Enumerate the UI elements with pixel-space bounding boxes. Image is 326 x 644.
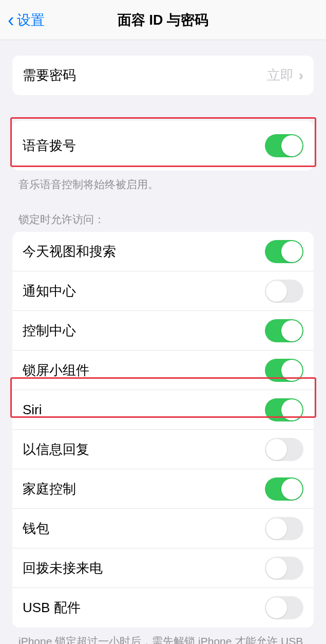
chevron-left-icon: ‹ — [8, 10, 14, 30]
lock-access-row: 回拨未接来电 — [12, 548, 314, 588]
lock-access-row: USB 配件 — [12, 588, 314, 628]
voice-dial-label: 语音拨号 — [23, 137, 76, 155]
lock-access-toggle[interactable] — [265, 517, 303, 540]
nav-header: ‹ 设置 面容 ID 与密码 — [0, 0, 326, 40]
toggle-knob — [281, 241, 302, 262]
lock-access-toggle[interactable] — [265, 359, 303, 382]
lock-access-label: Siri — [23, 402, 42, 418]
lock-access-label: 通知中心 — [23, 282, 76, 300]
lock-access-footer: iPhone 锁定超过一小时后，需先解锁 iPhone 才能允许 USB 配件连… — [0, 628, 326, 644]
lock-access-group: 今天视图和搜索通知中心控制中心锁屏小组件Siri以信息回复家庭控制钱包回拨未接来… — [12, 232, 314, 628]
lock-access-toggle[interactable] — [265, 557, 303, 580]
lock-access-label: 今天视图和搜索 — [23, 243, 116, 261]
lock-access-toggle[interactable] — [265, 240, 303, 263]
lock-access-toggle[interactable] — [265, 596, 303, 619]
lock-access-row: 通知中心 — [12, 271, 314, 311]
back-label: 设置 — [17, 11, 45, 29]
lock-access-toggle[interactable] — [265, 477, 303, 501]
require-passcode-row[interactable]: 需要密码 立即 › — [12, 56, 314, 95]
require-passcode-label: 需要密码 — [23, 66, 76, 84]
toggle-knob — [281, 320, 302, 341]
toggle-knob — [281, 135, 302, 156]
lock-access-toggle[interactable] — [265, 438, 303, 461]
lock-access-label: 家庭控制 — [23, 480, 76, 498]
toggle-knob — [266, 518, 287, 539]
lock-access-label: 回拨未接来电 — [23, 559, 103, 577]
toggle-knob — [281, 360, 302, 381]
lock-access-toggle[interactable] — [265, 319, 303, 342]
toggle-knob — [266, 597, 287, 618]
toggle-knob — [266, 558, 287, 579]
lock-access-row: Siri — [12, 390, 314, 430]
lock-access-row: 控制中心 — [12, 311, 314, 351]
toggle-knob — [281, 399, 302, 420]
lock-access-row: 家庭控制 — [12, 469, 314, 509]
lock-access-toggle[interactable] — [265, 280, 303, 303]
lock-access-row: 锁屏小组件 — [12, 351, 314, 390]
lock-access-label: 钱包 — [23, 520, 49, 538]
lock-access-header: 锁定时允许访问： — [0, 192, 326, 232]
page-title: 面容 ID 与密码 — [118, 11, 208, 29]
toggle-knob — [266, 281, 287, 302]
back-button[interactable]: ‹ 设置 — [0, 10, 45, 30]
lock-access-label: 以信息回复 — [23, 440, 89, 458]
lock-access-label: USB 配件 — [23, 599, 81, 617]
lock-access-label: 控制中心 — [23, 322, 76, 340]
lock-access-toggle[interactable] — [265, 398, 303, 421]
require-passcode-value: 立即 › — [267, 66, 303, 84]
lock-access-row: 以信息回复 — [12, 430, 314, 469]
lock-access-label: 锁屏小组件 — [23, 361, 89, 379]
toggle-knob — [266, 439, 287, 460]
lock-access-row: 钱包 — [12, 509, 314, 548]
require-passcode-value-text: 立即 — [267, 66, 294, 84]
chevron-right-icon: › — [299, 67, 303, 84]
voice-dial-group: 语音拨号 — [12, 121, 314, 171]
voice-dial-row: 语音拨号 — [12, 121, 314, 171]
voice-dial-footer: 音乐语音控制将始终被启用。 — [0, 171, 326, 192]
voice-dial-toggle[interactable] — [265, 134, 303, 157]
passcode-group: 需要密码 立即 › — [12, 56, 314, 95]
toggle-knob — [281, 479, 302, 500]
lock-access-row: 今天视图和搜索 — [12, 232, 314, 271]
